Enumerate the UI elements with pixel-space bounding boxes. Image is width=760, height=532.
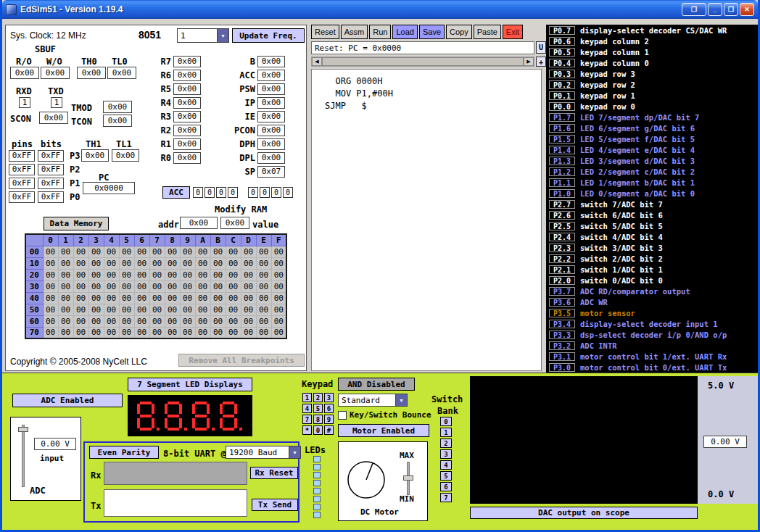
memory-cell[interactable]: 00 [134,304,149,315]
memory-cell[interactable]: 00 [180,280,195,292]
portmap-pin-box[interactable]: P2.6 [549,211,575,220]
register-value[interactable]: 0x00 [173,138,201,150]
memory-cell[interactable]: 00 [226,269,241,280]
toolbar-button-reset[interactable]: Reset [311,25,339,39]
memory-cell[interactable]: 00 [73,315,88,327]
memory-cell[interactable]: 00 [134,292,149,304]
memory-cell[interactable]: 00 [43,315,58,327]
memory-cell[interactable]: 00 [43,292,58,304]
memory-cell[interactable]: 00 [180,269,195,280]
txd-value[interactable]: 1 [51,97,62,108]
memory-cell[interactable]: 00 [119,280,134,292]
portmap-pin-box[interactable]: P1.4 [549,146,575,154]
memory-cell[interactable]: 00 [256,280,271,292]
memory-cell[interactable]: 00 [134,246,149,257]
memory-cell[interactable]: 00 [165,327,180,338]
acc-bit-3[interactable]: 0 [248,187,258,198]
port-bits-value[interactable]: 0xFF [38,164,64,175]
register-value[interactable]: 0x00 [257,97,285,109]
memory-cell[interactable]: 00 [165,257,180,269]
memory-cell[interactable]: 00 [271,327,286,338]
memory-cell[interactable]: 00 [226,304,241,315]
memory-cell[interactable]: 00 [58,246,73,257]
memory-cell[interactable]: 00 [88,280,104,292]
memory-cell[interactable]: 00 [73,292,88,304]
tx-send-button[interactable]: Tx Send [252,499,298,511]
window-maximize-button[interactable]: ❐ [724,3,738,16]
th1-value[interactable]: 0x00 [81,149,109,162]
keypad-key-6[interactable]: 6 [324,404,334,413]
memory-cell[interactable]: 00 [58,327,73,338]
scrollbar-thumb[interactable] [322,57,524,66]
memory-cell[interactable]: 00 [119,257,134,269]
update-freq-select[interactable]: 1 ▼ [177,28,229,43]
keypad-key-3[interactable]: 3 [324,393,334,402]
register-value[interactable]: 0x00 [173,83,201,95]
memory-cell[interactable]: 00 [226,292,241,304]
ram-value-field[interactable]: 0x00 [220,217,249,229]
switch-button-1[interactable]: 1 [440,428,452,437]
memory-cell[interactable]: 00 [149,269,165,280]
memory-cell[interactable]: 00 [210,246,226,257]
memory-cell[interactable]: 00 [256,327,271,338]
keypad-mode-select[interactable]: Standard ▼ [338,394,408,407]
memory-cell[interactable]: 00 [165,304,180,315]
memory-cell[interactable]: 00 [58,280,73,292]
memory-cell[interactable]: 00 [241,292,256,304]
memory-cell[interactable]: 00 [241,269,256,280]
keypad-key-hash[interactable]: # [324,425,334,435]
data-memory-tab[interactable]: Data Memory [44,217,109,230]
memory-cell[interactable]: 00 [104,257,119,269]
portmap-pin-box[interactable]: P2.5 [549,222,575,230]
rx-reset-button[interactable]: Rx Reset [250,467,298,479]
keypad-key-4[interactable]: 4 [302,404,312,413]
portmap-pin-box[interactable]: P2.3 [549,244,575,252]
memory-cell[interactable]: 00 [88,315,104,327]
keypad-key-5[interactable]: 5 [313,404,323,413]
toolbar-button-load[interactable]: Load [392,25,417,39]
register-value[interactable]: 0x00 [257,125,285,136]
window-titlebar[interactable]: EdSim51 - Version 1.19.4 ❐ _ ❐ ✕ [2,0,758,19]
keypad-key-1[interactable]: 1 [302,393,312,402]
motor-slider-thumb[interactable] [403,475,413,481]
memory-cell[interactable]: 00 [43,280,58,292]
portmap-pin-box[interactable]: P3.6 [549,298,575,307]
portmap-pin-box[interactable]: P1.0 [549,189,575,198]
memory-cell[interactable]: 00 [43,246,58,257]
keypad-key-star[interactable]: * [302,425,312,435]
bounce-checkbox[interactable] [338,411,347,420]
memory-cell[interactable]: 00 [226,257,241,269]
switch-button-6[interactable]: 6 [440,482,452,491]
memory-cell[interactable]: 00 [210,269,226,280]
memory-cell[interactable]: 00 [58,269,73,280]
register-value[interactable]: 0x00 [173,111,201,122]
switch-button-2[interactable]: 2 [440,439,452,448]
memory-cell[interactable]: 00 [88,246,104,257]
memory-cell[interactable]: 00 [58,292,73,304]
memory-cell[interactable]: 00 [104,269,119,280]
memory-cell[interactable]: 00 [256,269,271,280]
register-value[interactable]: 0x00 [173,56,201,67]
memory-cell[interactable]: 00 [104,304,119,315]
memory-cell[interactable]: 00 [119,315,134,327]
memory-cell[interactable]: 00 [88,269,104,280]
acc-bit-4[interactable]: 0 [228,187,238,198]
chevron-down-icon[interactable]: ▼ [395,394,407,406]
memory-cell[interactable]: 00 [88,292,104,304]
toolbar-button-copy[interactable]: Copy [446,25,472,39]
memory-cell[interactable]: 00 [149,257,165,269]
memory-cell[interactable]: 00 [271,280,286,292]
memory-cell[interactable]: 00 [256,257,271,269]
horizontal-scrollbar[interactable]: ◀ ▶ [311,57,534,67]
portmap-pin-box[interactable]: P3.0 [549,363,575,372]
keypad-key-0[interactable]: 0 [313,425,323,435]
memory-cell[interactable]: 00 [119,327,134,338]
window-close-button[interactable]: ✕ [740,3,754,16]
memory-cell[interactable]: 00 [119,292,134,304]
memory-cell[interactable]: 00 [271,315,286,327]
memory-cell[interactable]: 00 [165,269,180,280]
tcon-value[interactable]: 0x00 [103,115,132,127]
memory-cell[interactable]: 00 [149,315,165,327]
memory-cell[interactable]: 00 [104,292,119,304]
memory-cell[interactable]: 00 [119,246,134,257]
